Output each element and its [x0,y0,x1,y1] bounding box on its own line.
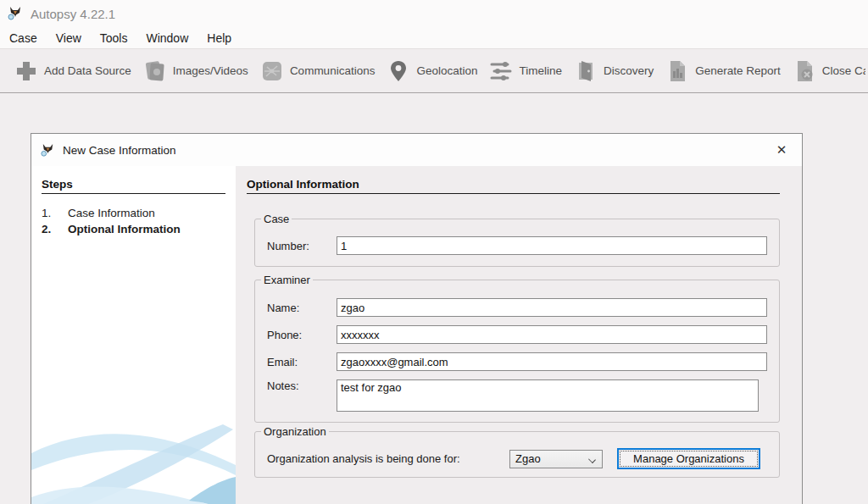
geolocation-pin-icon [387,59,410,83]
menu-case[interactable]: Case [0,29,47,47]
number-label: Number: [267,240,337,252]
dialog-titlebar[interactable]: New Case Information ✕ [31,134,802,166]
new-case-dialog: New Case Information ✕ Steps 1. Case Inf… [31,133,803,504]
case-legend: Case [261,213,292,225]
panel-header: Optional Information [247,178,780,194]
images-icon [143,59,167,83]
timeline-sliders-icon [489,59,513,83]
organization-select[interactable]: Zgao [509,450,603,468]
dialog-title: New Case Information [63,144,176,157]
timeline-button[interactable]: Timeline [483,56,568,86]
optional-information-panel: Optional Information Case Number: Examin… [236,166,802,504]
generate-report-button[interactable]: Generate Report [659,56,787,86]
autopsy-dog-icon [40,142,56,158]
menu-tools[interactable]: Tools [91,29,137,47]
examiner-notes-textarea[interactable]: test for zgao [337,379,759,412]
organization-legend: Organization [261,425,329,438]
notes-label: Notes: [267,379,337,392]
step-case-information: 1. Case Information [42,206,225,220]
organization-groupbox: Organization Organization analysis is be… [254,431,780,478]
steps-panel: Steps 1. Case Information 2. Optional In… [31,166,236,504]
discovery-button[interactable]: Discovery [568,56,659,86]
menu-help[interactable]: Help [198,29,241,47]
name-label: Name: [267,302,337,314]
case-groupbox: Case Number: [254,219,780,267]
case-number-input[interactable] [337,236,767,255]
images-videos-button[interactable]: Images/Videos [137,56,254,86]
examiner-email-input[interactable] [337,352,767,371]
close-case-button[interactable]: Close Case [787,56,868,86]
step-optional-information: 2. Optional Information [42,222,225,236]
menubar: Case View Tools Window Help [0,27,868,48]
report-document-icon [665,59,689,83]
add-data-source-button[interactable]: Add Data Source [8,56,137,86]
menu-window[interactable]: Window [136,29,198,47]
organization-selected-value: Zgao [515,452,541,465]
menu-view[interactable]: View [47,29,91,47]
communications-button[interactable]: Communications [254,56,381,86]
autopsy-dog-icon [7,5,24,22]
organization-analysis-label: Organization analysis is being done for: [267,452,509,465]
plus-icon [14,59,38,83]
app-titlebar: Autopsy 4.22.1 [0,0,868,27]
examiner-legend: Examiner [261,274,313,286]
toolbar: Add Data Source Images/Videos Communicat… [0,48,868,93]
dialog-close-icon[interactable]: ✕ [770,140,793,160]
steps-header: Steps [42,178,225,194]
discovery-door-icon [574,59,598,83]
examiner-groupbox: Examiner Name: Phone: Email: Notes: test… [254,280,780,423]
email-label: Email: [267,356,337,368]
close-case-document-icon [793,59,816,83]
manage-organizations-button[interactable]: Manage Organizations [617,448,760,469]
chevron-down-icon [588,456,596,463]
examiner-name-input[interactable] [337,298,767,317]
wizard-watermark-graphic [31,419,236,504]
communications-icon [260,59,284,83]
phone-label: Phone: [267,329,337,341]
examiner-phone-input[interactable] [337,325,767,344]
app-title: Autopsy 4.22.1 [31,7,115,21]
geolocation-button[interactable]: Geolocation [381,56,483,86]
